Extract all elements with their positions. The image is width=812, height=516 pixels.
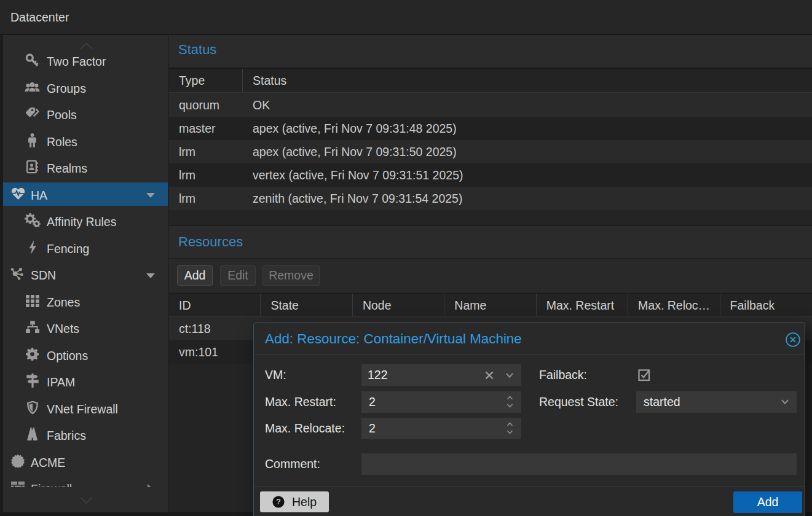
svg-text:?: ?: [276, 497, 281, 506]
